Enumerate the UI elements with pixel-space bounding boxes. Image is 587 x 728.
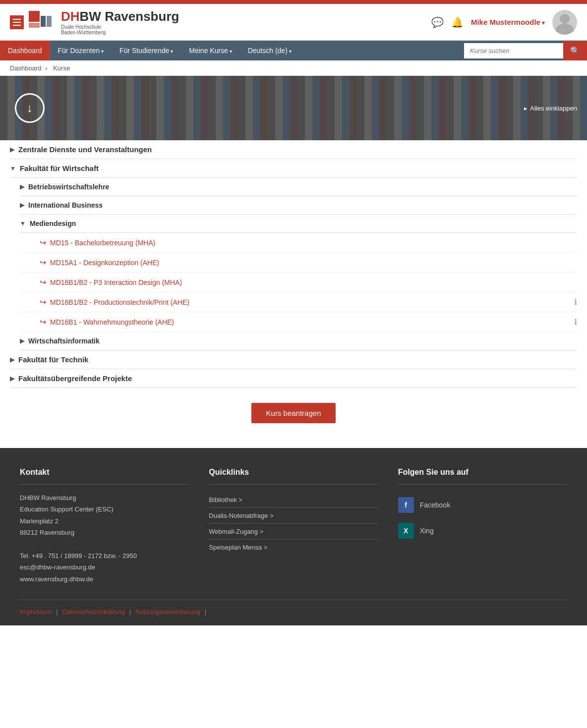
footer-nutzung[interactable]: Nutzungsvereinbarung: [135, 608, 200, 616]
social-facebook[interactable]: f Facebook: [398, 492, 567, 518]
logo-title: DHBW Ravensburg: [61, 9, 179, 24]
course-link-md15[interactable]: MD15 - Bachelorbetreuung (MHA): [50, 239, 155, 247]
header: DHBW Ravensburg Duale Hochschule Baden-W…: [0, 4, 587, 41]
search-input[interactable]: [464, 43, 563, 58]
facebook-icon: f: [398, 497, 414, 513]
logo-subtitle: Duale Hochschule Baden-Württemberg: [61, 24, 179, 35]
footer-grid: Kontakt DHBW Ravensburg Education Suppor…: [20, 468, 567, 585]
category-technik[interactable]: ▶ Fakultät für Technik: [10, 350, 577, 369]
logo-text-group: DHBW Ravensburg Duale Hochschule Baden-W…: [61, 9, 179, 35]
main-content: ▶ Zentrale Dienste und Veranstaltungen ▼…: [0, 140, 587, 448]
course-arrow-icon-5: ↪: [40, 317, 46, 327]
logo-subtitle-line1: Duale Hochschule: [61, 24, 179, 30]
footer-social: Folgen Sie uns auf f Facebook X Xing: [398, 468, 567, 585]
logo-icon: [29, 11, 54, 33]
notification-icon[interactable]: 🔔: [451, 16, 464, 28]
subcategory-title-bwl: Betriebswirtschaftslehre: [28, 183, 109, 191]
quicklink-mensa[interactable]: Speiseplan Mensa >: [209, 540, 378, 555]
course-md16b1-wahr: ↪ MD16B1 - Wahrnehmungstheorie (AHE) ℹ: [20, 312, 577, 332]
request-button-area: Kurs beantragen: [10, 388, 577, 438]
breadcrumb-separator: ›: [45, 64, 49, 72]
search-button[interactable]: 🔍: [563, 41, 587, 60]
footer-quicklinks: Quicklinks Bibliothek > Dualis-Notenabfr…: [209, 468, 378, 585]
info-icon-wahr[interactable]: ℹ: [574, 317, 577, 327]
quicklink-dualis[interactable]: Dualis-Notenabfrage >: [209, 508, 378, 524]
subcategory-bwl-area: ▶ Betriebswirtschaftslehre: [20, 178, 577, 196]
nav-dashboard[interactable]: Dashboard: [0, 41, 50, 60]
toggle-zentrale: ▶: [10, 146, 14, 153]
course-link-md15a1[interactable]: MD15A1 - Designkonzeption (AHE): [50, 259, 159, 267]
footer-contact: Kontakt DHBW Ravensburg Education Suppor…: [20, 468, 189, 585]
course-left-md15: ↪ MD15 - Bachelorbetreuung (MHA): [40, 238, 155, 247]
course-left-md15a1: ↪ MD15A1 - Designkonzeption (AHE): [40, 258, 159, 267]
course-left-md16b1b2: ↪ MD16B1/B2 - P3 Interaction Design (MHA…: [40, 278, 182, 287]
breadcrumb-dashboard[interactable]: Dashboard: [10, 64, 42, 72]
subcategory-ib[interactable]: ▶ International Business: [20, 196, 577, 215]
nav-deutsch[interactable]: Deutsch (de): [240, 41, 299, 60]
footer-social-heading: Folgen Sie uns auf: [398, 468, 567, 477]
toggle-bwl: ▶: [20, 183, 24, 190]
xing-label: Xing: [420, 527, 434, 535]
username[interactable]: Mike Mustermoodle: [471, 18, 545, 26]
subcategory-title-wi: Wirtschaftsinformatik: [28, 337, 100, 345]
footer-datenschutz[interactable]: Datenschutzerklärung: [62, 608, 124, 616]
svg-rect-1: [29, 23, 40, 28]
xing-icon: X: [398, 523, 414, 539]
facebook-label: Facebook: [420, 501, 450, 509]
avatar[interactable]: [552, 10, 577, 35]
hero-background: [0, 76, 587, 140]
svg-point-4: [560, 14, 570, 24]
navbar: Dashboard Für Dozenten Für Studierende M…: [0, 41, 587, 60]
course-link-md16b1-wahr[interactable]: MD16B1 - Wahrnehmungstheorie (AHE): [50, 318, 174, 326]
category-title-projekte: Fakultätsübergreifende Projekte: [18, 374, 132, 383]
toggle-wirtschaft: ▼: [10, 165, 16, 172]
footer-quicklinks-heading: Quicklinks: [209, 468, 378, 477]
nav-studierende[interactable]: Für Studierende: [112, 41, 181, 60]
nav-dozenten[interactable]: Für Dozenten: [50, 41, 112, 60]
toggle-mediendesign: ▼: [20, 220, 26, 227]
collapse-all-button[interactable]: Alles einklappen: [524, 105, 577, 112]
logo-subtitle-line2: Baden-Württemberg: [61, 30, 179, 35]
subcategory-title-ib: International Business: [28, 201, 103, 209]
quicklink-webmail[interactable]: Webmail-Zugang >: [209, 524, 378, 540]
course-arrow-icon-4: ↪: [40, 297, 46, 307]
category-projekte[interactable]: ▶ Fakultätsübergreifende Projekte: [10, 369, 577, 388]
info-icon-prod[interactable]: ℹ: [574, 297, 577, 307]
footer-sep-3: |: [205, 608, 206, 616]
search-icon: 🔍: [570, 47, 580, 55]
footer-bottom: Impressum | Datenschutzerklärung | Nutzu…: [20, 600, 567, 616]
nav-meine-kurse[interactable]: Meine Kurse: [181, 41, 239, 60]
toggle-technik: ▶: [10, 356, 14, 363]
course-arrow-icon: ↪: [40, 238, 46, 247]
subcategory-title-mediendesign: Mediendesign: [30, 220, 76, 227]
subcategory-wi-area: ▶ Wirtschaftsinformatik: [20, 332, 577, 350]
top-bar: [0, 0, 587, 4]
hero-collapse-arrow[interactable]: ↓: [15, 93, 45, 123]
footer-contact-heading: Kontakt: [20, 468, 189, 477]
subcategory-mediendesign-area: ▼ Mediendesign ↪ MD15 - Bachelorbetreuun…: [20, 215, 577, 332]
course-arrow-icon-3: ↪: [40, 278, 46, 287]
subcategory-mediendesign[interactable]: ▼ Mediendesign: [20, 215, 577, 233]
logo-bw: BW: [80, 9, 101, 24]
course-arrow-icon-2: ↪: [40, 258, 46, 267]
course-link-md16b1b2-p3[interactable]: MD16B1/B2 - P3 Interaction Design (MHA): [50, 279, 182, 286]
quicklink-bibliothek[interactable]: Bibliothek >: [209, 492, 378, 508]
subcategory-wi[interactable]: ▶ Wirtschaftsinformatik: [20, 332, 577, 350]
request-course-button[interactable]: Kurs beantragen: [251, 403, 336, 423]
social-xing[interactable]: X Xing: [398, 518, 567, 544]
footer-contact-address: DHBW Ravensburg Education Support Center…: [20, 492, 189, 585]
category-title-wirtschaft: Fakultät für Wirtschaft: [20, 164, 99, 172]
arrow-down-icon: ↓: [27, 101, 33, 115]
toggle-projekte: ▶: [10, 375, 14, 382]
subcategory-bwl[interactable]: ▶ Betriebswirtschaftslehre: [20, 178, 577, 196]
hamburger-menu[interactable]: [10, 15, 24, 29]
category-title-zentrale: Zentrale Dienste und Veranstaltungen: [18, 145, 152, 154]
chat-icon[interactable]: 💬: [431, 16, 444, 28]
svg-rect-3: [47, 16, 52, 27]
course-link-md16b1b2-prod[interactable]: MD16B1/B2 - Productionstechnik/Print (AH…: [50, 298, 189, 306]
footer-impressum[interactable]: Impressum: [20, 608, 52, 616]
category-zentrale-dienste[interactable]: ▶ Zentrale Dienste und Veranstaltungen: [10, 140, 577, 159]
category-wirtschaft[interactable]: ▼ Fakultät für Wirtschaft: [10, 159, 577, 178]
course-left-md16b1-wahr: ↪ MD16B1 - Wahrnehmungstheorie (AHE): [40, 317, 174, 327]
logo-dh: DH: [61, 9, 80, 24]
